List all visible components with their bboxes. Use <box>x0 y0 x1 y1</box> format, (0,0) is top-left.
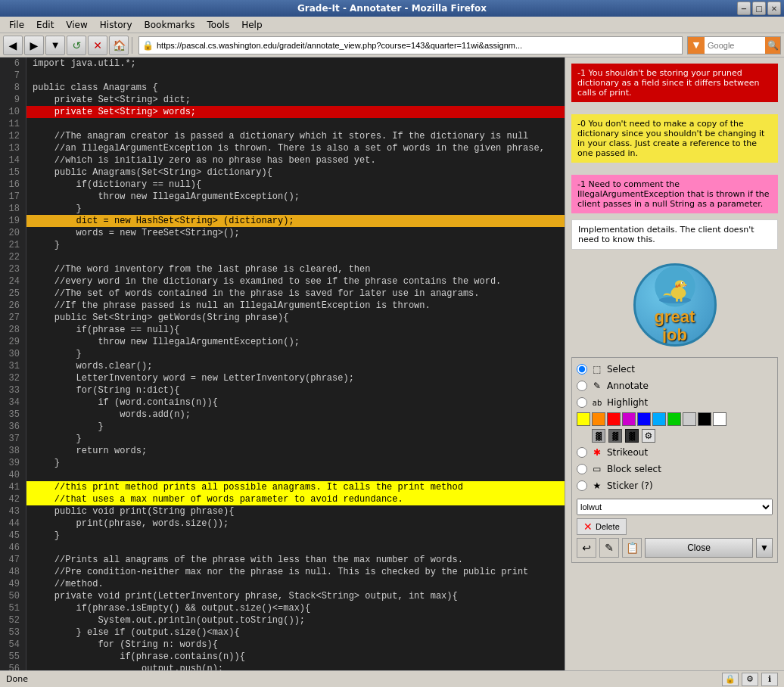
color-swatch[interactable] <box>592 412 605 426</box>
search-engine-button[interactable]: ▼ <box>688 37 705 54</box>
color-swatch[interactable] <box>652 412 666 426</box>
forward-button[interactable]: ▶ <box>24 36 44 55</box>
back-button[interactable]: ◀ <box>3 36 23 55</box>
annotation-note-2[interactable]: -0 You don't need to make a copy of the … <box>571 114 778 163</box>
line-content: public Set<String> getWords(String phras… <box>26 312 565 324</box>
code-line: 12 //The anagram creator is passed a dic… <box>0 130 565 142</box>
line-number: 49 <box>0 578 26 590</box>
undo-button[interactable]: ↩ <box>577 538 596 558</box>
line-content: private void print(LetterInventory phras… <box>26 590 565 602</box>
line-number: 46 <box>0 542 26 554</box>
code-line: 21 } <box>0 239 565 251</box>
menu-history[interactable]: History <box>94 18 138 32</box>
line-number: 21 <box>0 239 26 251</box>
line-content: } <box>26 530 565 542</box>
sticker-radio[interactable] <box>577 480 587 491</box>
select-tool-row: ⬚ Select <box>577 362 773 376</box>
minimize-button[interactable]: − <box>737 2 751 15</box>
line-number: 41 <box>0 481 26 493</box>
maximize-button[interactable]: □ <box>752 2 766 15</box>
line-number: 26 <box>0 300 26 312</box>
color-swatch[interactable] <box>667 412 681 426</box>
line-number: 15 <box>0 166 26 179</box>
annotation-note-3[interactable]: -1 Need to comment the IllegalArgumentEx… <box>571 175 778 213</box>
code-line: 24 //every word in the dictionary is exa… <box>0 275 565 288</box>
code-line: 38 return words; <box>0 445 565 457</box>
code-line: 25 //The set of words contained in the p… <box>0 288 565 300</box>
main-area: 6import java.util.*;78public class Anagr… <box>0 58 784 670</box>
search-input[interactable] <box>705 41 765 50</box>
code-line: 51 if(phrase.isEmpty() && output.size()<… <box>0 602 565 614</box>
color-swatch[interactable] <box>607 412 621 426</box>
annotation-note-4[interactable]: Implementation details. The client doesn… <box>571 219 778 250</box>
line-number: 35 <box>0 409 26 421</box>
right-panel: -1 You shouldn't be storing your pruned … <box>565 58 784 670</box>
code-area[interactable]: 6import java.util.*;78public class Anagr… <box>0 58 565 670</box>
delete-button[interactable]: ✕ Delete <box>577 518 627 535</box>
annotate-radio[interactable] <box>577 381 587 391</box>
menu-tools[interactable]: Tools <box>201 18 236 32</box>
line-content <box>26 70 565 82</box>
line-number: 13 <box>0 142 26 154</box>
swatch-dark2[interactable]: ▓ <box>625 429 639 443</box>
stop-button[interactable]: ✕ <box>88 36 107 55</box>
swatch-dark[interactable]: ▓ <box>592 429 605 443</box>
line-content: //which is initially zero as no phrase h… <box>26 154 565 166</box>
menu-edit[interactable]: Edit <box>30 18 60 32</box>
line-content: if(phrase == null){ <box>26 324 565 336</box>
select-radio[interactable] <box>577 364 587 375</box>
line-content: public Anagrams(Set<String> dictionary){ <box>26 166 565 179</box>
menu-view[interactable]: View <box>60 18 93 32</box>
annotation-note-1[interactable]: -1 You shouldn't be storing your pruned … <box>571 64 778 102</box>
close-button[interactable]: Close <box>645 538 753 558</box>
line-content: //an IllegalArgumentException is thrown.… <box>26 142 565 154</box>
color-swatch[interactable] <box>622 412 636 426</box>
search-go-button[interactable]: 🔍 <box>765 37 780 54</box>
sticker-dropdown[interactable]: lolwut <box>577 499 773 515</box>
color-swatch[interactable] <box>698 412 711 426</box>
settings-icon[interactable]: ⚙ <box>642 429 655 443</box>
line-content <box>26 118 565 130</box>
code-line: 10 private Set<String> words; <box>0 106 565 118</box>
code-line: 27 public Set<String> getWords(String ph… <box>0 312 565 324</box>
code-line: 9 private Set<String> dict; <box>0 94 565 106</box>
highlight-radio[interactable] <box>577 397 587 408</box>
block-select-icon: ▭ <box>590 462 604 476</box>
code-line: 13 //an IllegalArgumentException is thro… <box>0 142 565 154</box>
code-line: 30 } <box>0 348 565 360</box>
color-swatch[interactable] <box>713 412 726 426</box>
color-swatch[interactable] <box>577 412 590 426</box>
code-line: 46 <box>0 542 565 554</box>
block-select-radio[interactable] <box>577 464 587 474</box>
expand-button[interactable]: ▼ <box>756 538 773 558</box>
copy-button[interactable]: 📋 <box>622 538 642 558</box>
strikeout-radio[interactable] <box>577 447 587 458</box>
code-line: 47 //Prints all anagrams of the phrase w… <box>0 554 565 566</box>
color-swatch[interactable] <box>637 412 651 426</box>
line-number: 14 <box>0 154 26 166</box>
menu-file[interactable]: File <box>3 18 30 32</box>
line-content: //this print method prints all possible … <box>26 481 565 493</box>
edit-button[interactable]: ✎ <box>599 538 619 558</box>
address-input[interactable] <box>157 41 679 50</box>
code-line: 39 } <box>0 457 565 469</box>
menu-help[interactable]: Help <box>235 18 268 32</box>
swatch-mid[interactable]: ▓ <box>608 429 622 443</box>
color-swatch[interactable] <box>683 412 696 426</box>
code-line: 37 } <box>0 433 565 445</box>
code-line: 56 output.push(n); <box>0 663 565 670</box>
home-button[interactable]: 🏠 <box>109 36 129 55</box>
history-dropdown-button[interactable]: ▼ <box>45 36 65 55</box>
titlebar-title: Grade-It - Annotater - Mozilla Firefox <box>297 3 487 14</box>
line-content: public class Anagrams { <box>26 82 565 94</box>
code-line: 36 } <box>0 421 565 433</box>
code-line: 15 public Anagrams(Set<String> dictionar… <box>0 166 565 179</box>
close-window-button[interactable]: ✕ <box>767 2 781 15</box>
line-number: 55 <box>0 651 26 663</box>
reload-button[interactable]: ↺ <box>67 36 86 55</box>
strikeout-label: Strikeout <box>607 447 648 458</box>
menu-bookmarks[interactable]: Bookmarks <box>138 18 201 32</box>
line-number: 12 <box>0 130 26 142</box>
search-box[interactable]: ▼ 🔍 <box>687 36 781 54</box>
address-bar[interactable]: 🔒 <box>138 36 683 54</box>
